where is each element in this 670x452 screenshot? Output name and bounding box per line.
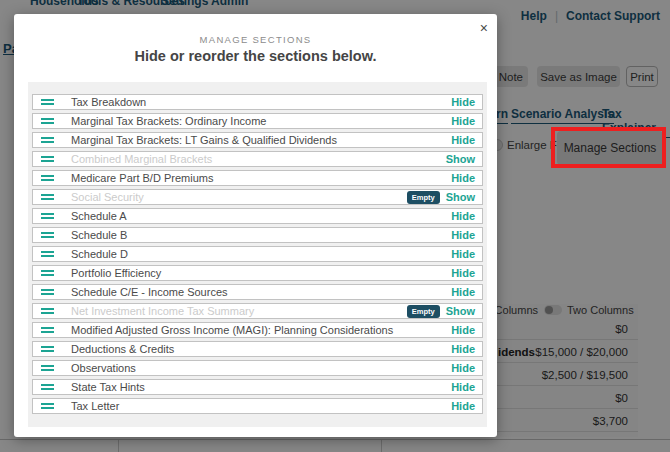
section-row: ObservationsHide	[32, 360, 483, 376]
section-label: Tax Breakdown	[71, 96, 146, 108]
hide-link[interactable]: Hide	[451, 248, 475, 260]
drag-handle-icon[interactable]	[41, 270, 54, 276]
drag-handle-icon[interactable]	[41, 99, 54, 105]
hide-link[interactable]: Hide	[451, 381, 475, 393]
hide-link[interactable]: Hide	[451, 267, 475, 279]
hide-link[interactable]: Hide	[451, 286, 475, 298]
section-label: Marginal Tax Brackets: LT Gains & Qualif…	[71, 134, 337, 146]
drag-handle-icon[interactable]	[41, 194, 54, 200]
drag-handle-icon[interactable]	[41, 118, 54, 124]
close-icon[interactable]: ×	[480, 22, 488, 34]
empty-badge: Empty	[407, 191, 440, 204]
section-label: State Tax Hints	[71, 381, 145, 393]
hide-link[interactable]: Hide	[451, 115, 475, 127]
section-label: Marginal Tax Brackets: Ordinary Income	[71, 115, 266, 127]
drag-handle-icon[interactable]	[41, 346, 54, 352]
hide-link[interactable]: Hide	[451, 172, 475, 184]
drag-handle-icon[interactable]	[41, 156, 54, 162]
section-row: Schedule BHide	[32, 227, 483, 243]
section-label: Medicare Part B/D Premiums	[71, 172, 213, 184]
drag-handle-icon[interactable]	[41, 175, 54, 181]
drag-handle-icon[interactable]	[41, 365, 54, 371]
section-label: Deductions & Credits	[71, 343, 174, 355]
drag-handle-icon[interactable]	[41, 232, 54, 238]
show-link[interactable]: Show	[446, 153, 475, 165]
section-label: Net Investment Income Tax Summary	[71, 305, 254, 317]
modal-title: MANAGE SECTIONS	[14, 34, 497, 45]
hide-link[interactable]: Hide	[451, 343, 475, 355]
drag-handle-icon[interactable]	[41, 251, 54, 257]
hide-link[interactable]: Hide	[451, 134, 475, 146]
manage-sections-modal: × MANAGE SECTIONS Hide or reorder the se…	[14, 14, 497, 437]
section-row: Tax LetterHide	[32, 398, 483, 414]
hide-link[interactable]: Hide	[451, 229, 475, 241]
section-row: Schedule C/E - Income SourcesHide	[32, 284, 483, 300]
section-row: Portfolio EfficiencyHide	[32, 265, 483, 281]
hide-link[interactable]: Hide	[451, 96, 475, 108]
show-link[interactable]: Show	[446, 305, 475, 317]
drag-handle-icon[interactable]	[41, 137, 54, 143]
section-label: Schedule A	[71, 210, 127, 222]
section-label: Modified Adjusted Gross Income (MAGI): P…	[71, 324, 393, 336]
hide-link[interactable]: Hide	[451, 362, 475, 374]
drag-handle-icon[interactable]	[41, 308, 54, 314]
modal-subtitle: Hide or reorder the sections below.	[14, 48, 497, 64]
section-row: Net Investment Income Tax SummaryEmptySh…	[32, 303, 483, 319]
section-row: State Tax HintsHide	[32, 379, 483, 395]
hide-link[interactable]: Hide	[451, 210, 475, 222]
drag-handle-icon[interactable]	[41, 327, 54, 333]
section-row: Schedule DHide	[32, 246, 483, 262]
show-link[interactable]: Show	[446, 191, 475, 203]
annotation-highlight-box	[551, 127, 666, 168]
section-row: Tax BreakdownHide	[32, 94, 483, 110]
section-label: Schedule B	[71, 229, 127, 241]
drag-handle-icon[interactable]	[41, 289, 54, 295]
section-row: Medicare Part B/D PremiumsHide	[32, 170, 483, 186]
drag-handle-icon[interactable]	[41, 384, 54, 390]
section-row: Combined Marginal BracketsShow	[32, 151, 483, 167]
drag-handle-icon[interactable]	[41, 213, 54, 219]
section-label: Observations	[71, 362, 136, 374]
section-row: Schedule AHide	[32, 208, 483, 224]
section-list: Tax BreakdownHideMarginal Tax Brackets: …	[28, 82, 487, 427]
section-label: Combined Marginal Brackets	[71, 153, 212, 165]
section-row: Modified Adjusted Gross Income (MAGI): P…	[32, 322, 483, 338]
section-row: Social SecurityEmptyShow	[32, 189, 483, 205]
hide-link[interactable]: Hide	[451, 400, 475, 412]
section-row: Marginal Tax Brackets: Ordinary IncomeHi…	[32, 113, 483, 129]
section-label: Portfolio Efficiency	[71, 267, 161, 279]
empty-badge: Empty	[407, 305, 440, 318]
drag-handle-icon[interactable]	[41, 403, 54, 409]
section-row: Deductions & CreditsHide	[32, 341, 483, 357]
section-label: Tax Letter	[71, 400, 119, 412]
section-label: Schedule C/E - Income Sources	[71, 286, 228, 298]
hide-link[interactable]: Hide	[451, 324, 475, 336]
section-label: Schedule D	[71, 248, 128, 260]
section-label: Social Security	[71, 191, 144, 203]
section-row: Marginal Tax Brackets: LT Gains & Qualif…	[32, 132, 483, 148]
